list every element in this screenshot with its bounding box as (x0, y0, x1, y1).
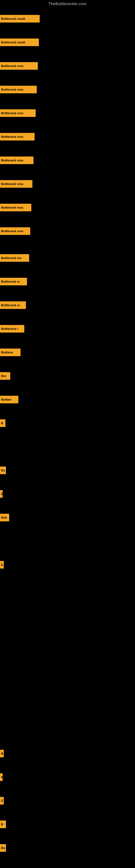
bar-label: E (0, 797, 4, 805)
bar-row: B (0, 820, 6, 828)
bar-row: Bottleneck re (0, 278, 27, 285)
bar-row: Bottleneck resu (0, 86, 37, 93)
bar-row: Bottleneck res (0, 254, 29, 262)
bar-label: Bottleneck resu (0, 227, 30, 235)
bar-label: Bo (0, 467, 6, 474)
bar-row: Bottleneck resu (0, 109, 36, 117)
bar-label: Bottleneck res (0, 254, 29, 262)
bar-label: Bottleneck resu (0, 156, 34, 164)
bar-label: Bottleneck resu (0, 133, 35, 141)
bar-row: Bo (0, 467, 6, 474)
bar-row: Bottleneck resu (0, 62, 38, 70)
bar-row: B (0, 420, 5, 427)
bar-row: E (0, 797, 4, 805)
bar-row: B (0, 750, 4, 757)
bar-label: Bott (0, 514, 9, 521)
bar-row: Bottlen (0, 396, 18, 403)
bar-label: Bottleneck re (0, 278, 27, 285)
bar-row: Bottleneck resu (0, 204, 31, 211)
bar-label: Bottleneck resu (0, 180, 32, 188)
bar-label: E (0, 561, 4, 568)
bar-row: Bottlene (0, 348, 20, 356)
bar-row: Bottleneck resu (0, 156, 34, 164)
bar-row: Bottleneck r (0, 325, 24, 333)
bar-label: Bottleneck resu (0, 86, 37, 93)
bar-label: B (0, 820, 6, 828)
bar-row: E (0, 561, 4, 568)
bar-label: Bottleneck r (0, 325, 24, 333)
bar-label: B (0, 750, 4, 757)
bar-label: B (0, 490, 3, 498)
bar-label: Bottleneck result (0, 38, 39, 46)
bar-label: Bottleneck result (0, 15, 40, 23)
bar-row: Bott (0, 514, 9, 521)
bar-label: Bottleneck re (0, 301, 26, 309)
bar-label: Bo (0, 844, 6, 852)
bar-row: B (0, 490, 3, 498)
bar-label: Bottleneck resu (0, 109, 36, 117)
bar-label: Bottlen (0, 396, 18, 403)
bar-label: B (0, 420, 5, 427)
bar-row: Bottleneck re (0, 301, 26, 309)
bar-row: Bottleneck result (0, 38, 39, 46)
bar-row: Bot (0, 372, 10, 380)
bar-row: Bottleneck resu (0, 180, 32, 188)
bar-row: Bottleneck resu (0, 133, 35, 141)
bar-label: Bottleneck resu (0, 62, 38, 70)
site-title: TheBottlenecker.com (0, 0, 135, 7)
bar-label: Bot (0, 372, 10, 380)
bar-row: B (0, 773, 3, 781)
bar-row: Bottleneck resu (0, 227, 30, 235)
bar-label: Bottleneck resu (0, 204, 31, 211)
bar-label: B (0, 773, 3, 781)
bar-row: Bottleneck result (0, 15, 40, 23)
bar-label: Bottlene (0, 348, 20, 356)
bar-row: Bo (0, 844, 6, 852)
